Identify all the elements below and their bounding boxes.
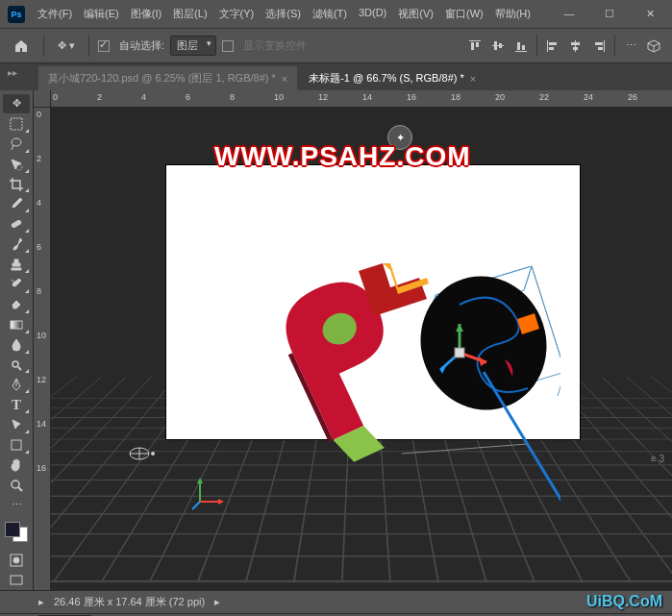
menu-file[interactable]: 文件(F)	[33, 4, 77, 24]
canvas[interactable]: ✦ WWW.PSAHZ.COM	[51, 108, 672, 590]
context-panel-icon[interactable]: ≡ 3	[651, 454, 664, 464]
menu-type[interactable]: 文字(Y)	[214, 4, 260, 24]
menu-help[interactable]: 帮助(H)	[490, 4, 535, 24]
menu-select[interactable]: 选择(S)	[261, 4, 306, 24]
ruler-tick: 14	[37, 419, 46, 429]
3d-ground-widget[interactable]	[128, 444, 157, 465]
ruler-tick: 22	[539, 92, 549, 102]
status-chevron-icon[interactable]: ▸	[214, 596, 220, 608]
app-logo: Ps	[8, 6, 25, 23]
quick-select-tool[interactable]	[3, 155, 30, 174]
ruler-tick: 16	[37, 463, 46, 473]
type-tool[interactable]: T	[3, 395, 30, 414]
move-tool-icon[interactable]: ✥ ▾	[53, 35, 80, 58]
menu-image[interactable]: 图像(I)	[126, 4, 166, 24]
ruler-tick: 2	[97, 92, 102, 102]
zoom-tool[interactable]	[3, 476, 30, 495]
svg-point-27	[13, 557, 19, 563]
brush-tool[interactable]	[3, 234, 30, 254]
align-bottom-icon[interactable]	[510, 35, 532, 58]
ruler-horizontal[interactable]: 0 2 4 6 8 10 12 14 16 18 20 22 24 26 28	[51, 90, 672, 108]
svg-point-19	[12, 138, 21, 146]
stamp-tool[interactable]	[3, 255, 30, 274]
healing-tool[interactable]	[3, 214, 30, 234]
separator	[88, 36, 89, 57]
home-button[interactable]	[8, 35, 35, 58]
edit-toolbar-icon[interactable]: ⋯	[3, 496, 30, 515]
path-select-tool[interactable]	[3, 415, 30, 434]
menu-3d[interactable]: 3D(D)	[354, 4, 391, 24]
align-left-icon[interactable]	[542, 35, 563, 58]
ruler-tick: 24	[584, 92, 593, 102]
ruler-tick: 16	[407, 92, 416, 102]
status-chevron-icon[interactable]: ▸	[38, 596, 44, 608]
3d-object[interactable]	[234, 204, 560, 502]
expand-panels-icon[interactable]: ▸▸	[8, 67, 17, 78]
ruler-corner	[34, 90, 51, 108]
align-top-icon[interactable]	[464, 35, 485, 58]
marquee-tool[interactable]	[3, 114, 30, 134]
tab-document-1[interactable]: 莫小城720-120.psd @ 6.25% (图层 1, RGB/8#) * …	[38, 66, 297, 90]
hand-tool[interactable]	[3, 456, 30, 475]
tools-panel: ✥ T ⋯	[0, 90, 34, 590]
svg-rect-18	[11, 118, 22, 130]
align-vcenter-icon[interactable]	[487, 35, 509, 58]
ruler-tick: 20	[495, 92, 505, 102]
close-button[interactable]: ✕	[635, 8, 664, 20]
ruler-tick: 26	[628, 92, 637, 102]
color-swatch[interactable]	[5, 522, 28, 543]
svg-line-48	[192, 502, 200, 509]
tab-close-icon[interactable]: ×	[282, 73, 287, 85]
status-bar: ▸ 26.46 厘米 x 17.64 厘米 (72 ppi) ▸	[0, 590, 672, 613]
gradient-tool[interactable]	[3, 315, 30, 334]
lasso-tool[interactable]	[3, 135, 30, 154]
svg-rect-10	[549, 42, 557, 45]
tab-document-2[interactable]: 未标题-1 @ 66.7% (S, RGB/8#) * ×	[299, 66, 485, 90]
ruler-tick: 18	[451, 92, 460, 102]
ruler-tick: 10	[37, 331, 46, 340]
3d-mode-icon[interactable]	[643, 35, 664, 58]
document-tabs: ▸▸ 莫小城720-120.psd @ 6.25% (图层 1, RGB/8#)…	[0, 63, 672, 90]
shape-tool[interactable]	[3, 435, 30, 455]
show-transform-checkbox[interactable]	[222, 40, 234, 52]
menu-edit[interactable]: 编辑(E)	[79, 4, 124, 24]
maximize-button[interactable]: ☐	[595, 8, 624, 20]
minimize-button[interactable]: ―	[555, 8, 584, 20]
ruler-tick: 6	[37, 242, 41, 252]
align-hcenter-icon[interactable]	[565, 35, 586, 58]
title-bar: Ps 文件(F) 编辑(E) 图像(I) 图层(L) 文字(Y) 选择(S) 滤…	[0, 0, 672, 29]
crop-tool[interactable]	[3, 175, 30, 194]
ruler-tick: 10	[274, 92, 284, 102]
layer-dropdown[interactable]: 图层	[170, 36, 216, 56]
auto-select-checkbox[interactable]	[98, 40, 110, 52]
menu-view[interactable]: 视图(V)	[393, 4, 438, 24]
pen-tool[interactable]	[3, 375, 30, 394]
foreground-color[interactable]	[5, 522, 20, 537]
options-bar: ✥ ▾ 自动选择: 图层 显示变换控件 ⋯	[0, 29, 672, 63]
menu-layer[interactable]: 图层(L)	[168, 4, 212, 24]
svg-rect-5	[499, 43, 502, 48]
move-tool[interactable]: ✥	[3, 94, 30, 113]
svg-rect-13	[571, 42, 580, 45]
dodge-tool[interactable]	[3, 356, 30, 375]
svg-rect-21	[12, 220, 22, 228]
eraser-tool[interactable]	[3, 295, 30, 314]
tab-label: 未标题-1 @ 66.7% (S, RGB/8#) *	[309, 71, 464, 86]
svg-rect-0	[469, 40, 481, 41]
3d-axis-widget[interactable]	[190, 473, 229, 513]
separator	[614, 35, 615, 56]
screenmode-tool[interactable]	[3, 571, 30, 590]
tab-close-icon[interactable]: ×	[470, 73, 476, 85]
history-brush-tool[interactable]	[3, 275, 30, 294]
eyedropper-tool[interactable]	[3, 194, 30, 213]
menu-window[interactable]: 窗口(W)	[440, 4, 488, 24]
svg-rect-28	[11, 576, 22, 584]
svg-rect-16	[595, 42, 603, 45]
workspace: ✥ T ⋯ 0 2 4 6 8	[0, 90, 672, 590]
menu-filter[interactable]: 滤镜(T)	[308, 4, 352, 24]
align-right-icon[interactable]	[588, 35, 610, 58]
distribute-icon[interactable]: ⋯	[620, 35, 641, 58]
blur-tool[interactable]	[3, 335, 30, 355]
quickmask-tool[interactable]	[3, 551, 30, 570]
ruler-vertical[interactable]: 0 2 4 6 8 10 12 14 16	[34, 108, 51, 590]
